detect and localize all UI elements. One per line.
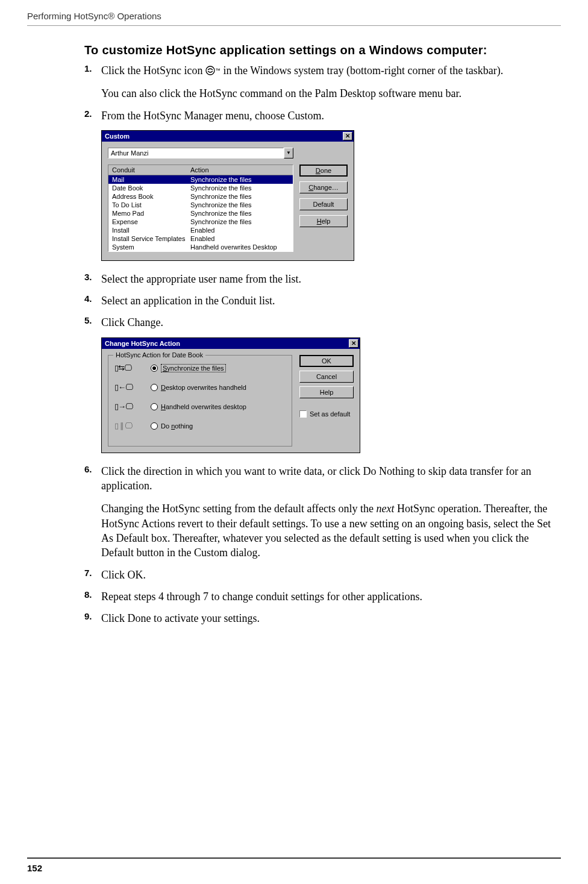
change-button[interactable]: Change… <box>299 181 348 193</box>
radio-option[interactable]: Desktop overwrites handheld <box>151 384 286 391</box>
footer-rule <box>27 857 561 859</box>
cell-conduit: Install <box>108 226 187 234</box>
step3-text: Select the appropriate user name from th… <box>101 272 560 286</box>
help-button[interactable]: Help <box>299 215 348 227</box>
step-4: 4. Select an application in the Conduit … <box>84 293 560 308</box>
radio-row: ▯⇆🖵Synchronize the files <box>114 363 286 374</box>
done-button[interactable]: Done <box>299 165 348 177</box>
radio-option[interactable]: Do nothing <box>151 422 286 430</box>
user-field[interactable]: Arthur Manzi <box>108 148 284 158</box>
cancel-button[interactable]: Cancel <box>299 371 354 383</box>
cell-conduit: Address Book <box>108 192 187 201</box>
step-num: 1. <box>84 63 101 101</box>
step6-p2: Changing the HotSync setting from the de… <box>101 501 560 560</box>
step-9: 9. Click Done to activate your settings. <box>84 611 560 625</box>
sync-direction-icon: ▯⇆🖵 <box>114 363 140 374</box>
action-fieldset: HotSync Action for Date Book ▯⇆🖵Synchron… <box>108 355 292 447</box>
close-icon[interactable]: ✕ <box>343 132 352 140</box>
step-body: Click OK. <box>101 568 560 582</box>
step-body: Select the appropriate user name from th… <box>101 272 560 286</box>
default-button[interactable]: Default <box>299 198 348 210</box>
close-icon[interactable]: ✕ <box>349 339 358 348</box>
step-3: 3. Select the appropriate user name from… <box>84 272 560 286</box>
step6-p1: Click the direction in which you want to… <box>101 464 560 494</box>
step-num: 9. <box>84 611 101 625</box>
step-body: Click Done to activate your settings. <box>101 611 560 625</box>
cell-conduit: System <box>108 243 187 251</box>
cell-action: Synchronize the files <box>187 218 293 226</box>
help-button[interactable]: Help <box>299 386 354 398</box>
col-conduit: Conduit <box>108 165 187 175</box>
content: To customize HotSync application setting… <box>84 43 560 633</box>
radio-icon[interactable] <box>151 365 158 372</box>
cell-action: Synchronize the files <box>187 175 293 184</box>
checkbox-icon[interactable] <box>299 410 307 418</box>
checkbox-label: Set as default <box>310 410 350 418</box>
step1-text-b: in the Windows system tray (bottom-right… <box>223 64 503 77</box>
radio-icon[interactable] <box>151 403 158 410</box>
step-num: 3. <box>84 272 101 286</box>
step-5: 5. Click Change. <box>84 315 560 330</box>
radio-icon[interactable] <box>151 422 158 430</box>
step7-text: Click OK. <box>101 568 560 582</box>
step-1: 1. Click the HotSync icon ™ in the Windo… <box>84 63 560 101</box>
step1-p2: You can also click the HotSync command o… <box>101 86 560 101</box>
cell-action: Handheld overwrites Desktop <box>187 243 293 251</box>
step4-text: Select an application in the Conduit lis… <box>101 293 560 308</box>
radio-option[interactable]: Handheld overwrites desktop <box>151 403 286 410</box>
step-num: 6. <box>84 464 101 560</box>
radio-row: ▯ ∥ 🖵Do nothing <box>114 421 286 431</box>
radio-row: ▯→🖵Handheld overwrites desktop <box>114 401 286 412</box>
page-header: Performing HotSync® Operations <box>27 11 161 21</box>
fieldset-legend: HotSync Action for Date Book <box>113 351 205 359</box>
step-body: Select an application in the Conduit lis… <box>101 293 560 308</box>
list-header: Conduit Action <box>108 165 293 175</box>
hotsync-icon: ™ <box>205 66 220 75</box>
list-item[interactable]: Date BookSynchronize the files <box>108 184 293 192</box>
step2-text: From the HotSync Manager menu, choose Cu… <box>101 108 560 123</box>
list-item[interactable]: ExpenseSynchronize the files <box>108 218 293 226</box>
step5-text: Click Change. <box>101 315 560 330</box>
cell-conduit: Install Service Templates <box>108 234 187 243</box>
ok-button[interactable]: OK <box>299 355 354 367</box>
conduit-listbox[interactable]: Conduit Action MailSynchronize the files… <box>108 165 293 252</box>
step-body: Click Change. <box>101 315 560 330</box>
col-action: Action <box>187 165 293 175</box>
step-7: 7. Click OK. <box>84 568 560 582</box>
step-2: 2. From the HotSync Manager menu, choose… <box>84 108 560 123</box>
step8-text: Repeat steps 4 through 7 to change condu… <box>101 589 560 604</box>
cell-action: Enabled <box>187 226 293 234</box>
cell-conduit: Memo Pad <box>108 209 187 218</box>
radio-label: Desktop overwrites handheld <box>161 384 246 391</box>
step-num: 2. <box>84 108 101 123</box>
radio-label: Handheld overwrites desktop <box>161 403 246 410</box>
chevron-down-icon[interactable]: ▼ <box>284 148 293 158</box>
step-num: 7. <box>84 568 101 582</box>
list-item[interactable]: Address BookSynchronize the files <box>108 192 293 201</box>
svg-point-0 <box>206 66 214 75</box>
cell-conduit: Expense <box>108 218 187 226</box>
page-number: 152 <box>27 863 42 873</box>
sync-direction-icon: ▯ ∥ 🖵 <box>114 421 140 431</box>
list-item[interactable]: Memo PadSynchronize the files <box>108 209 293 218</box>
cell-action: Synchronize the files <box>187 184 293 192</box>
radio-label: Do nothing <box>161 422 193 430</box>
step-num: 5. <box>84 315 101 330</box>
radio-row: ▯←🖵Desktop overwrites handheld <box>114 382 286 393</box>
radio-icon[interactable] <box>151 384 158 391</box>
list-item[interactable]: MailSynchronize the files <box>108 175 293 184</box>
radio-label: Synchronize the files <box>161 364 226 372</box>
header-rule <box>27 25 561 26</box>
list-item[interactable]: SystemHandheld overwrites Desktop <box>108 243 293 251</box>
set-default-checkbox[interactable]: Set as default <box>299 410 354 418</box>
step-body: Repeat steps 4 through 7 to change condu… <box>101 589 560 604</box>
list-item[interactable]: To Do ListSynchronize the files <box>108 201 293 209</box>
list-item[interactable]: InstallEnabled <box>108 226 293 234</box>
cell-action: Synchronize the files <box>187 209 293 218</box>
titlebar: Change HotSync Action ✕ <box>102 338 360 349</box>
titlebar: Custom ✕ <box>102 131 354 142</box>
radio-option[interactable]: Synchronize the files <box>151 364 286 372</box>
user-combobox[interactable]: Arthur Manzi ▼ <box>108 148 293 158</box>
sync-direction-icon: ▯←🖵 <box>114 382 140 393</box>
list-item[interactable]: Install Service TemplatesEnabled <box>108 234 293 243</box>
